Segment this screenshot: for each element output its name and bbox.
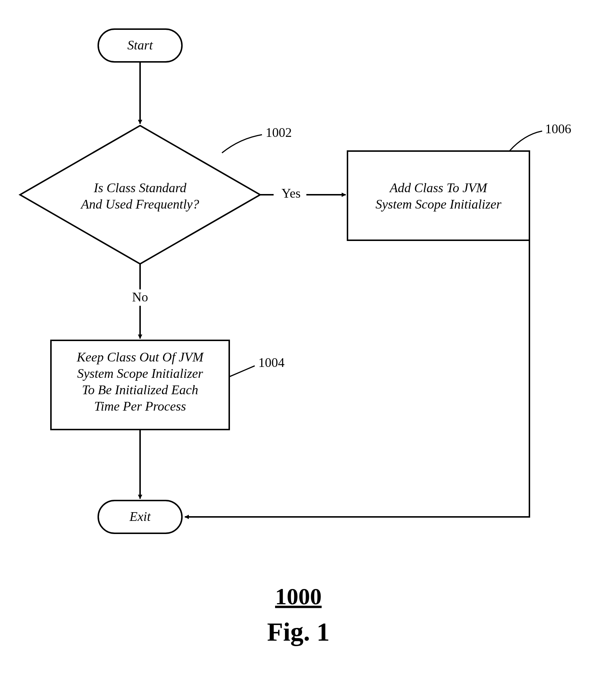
no-label: No	[132, 290, 148, 304]
process-yes-node: Add Class To JVM System Scope Initialize…	[347, 151, 529, 240]
process-no-node: Keep Class Out Of JVM System Scope Initi…	[51, 340, 229, 430]
svg-rect-4	[347, 151, 529, 240]
exit-node: Exit	[98, 501, 182, 533]
edge-yes: Yes	[260, 186, 346, 201]
exit-text: Exit	[129, 509, 151, 524]
process-no-ref: 1004	[229, 355, 285, 377]
edge-yes-exit	[185, 240, 529, 517]
process-no-line3: To Be Initialized Each	[82, 383, 198, 397]
process-yes-ref: 1006	[509, 122, 571, 151]
start-node: Start	[98, 29, 182, 62]
flowchart: Start Is Class Standard And Used Frequen…	[0, 0, 596, 700]
start-text: Start	[127, 38, 153, 52]
process-yes-line1: Add Class To JVM	[389, 181, 488, 195]
decision-node: Is Class Standard And Used Frequently?	[20, 126, 260, 264]
process-no-line2: System Scope Initializer	[77, 366, 203, 381]
process-yes-refnum: 1006	[545, 122, 571, 136]
decision-ref: 1002	[222, 125, 292, 153]
decision-line1: Is Class Standard	[94, 181, 187, 195]
decision-refnum: 1002	[266, 125, 292, 140]
edge-no: No	[132, 264, 148, 339]
figure-caption: Fig. 1	[267, 617, 330, 646]
figure-number: 1000	[275, 584, 322, 609]
process-yes-line2: System Scope Initializer	[376, 197, 502, 211]
process-no-line1: Keep Class Out Of JVM	[76, 350, 204, 364]
process-no-line4: Time Per Process	[94, 399, 186, 414]
decision-line2: And Used Frequently?	[80, 197, 199, 211]
yes-label: Yes	[282, 186, 301, 201]
process-no-refnum: 1004	[258, 355, 285, 370]
